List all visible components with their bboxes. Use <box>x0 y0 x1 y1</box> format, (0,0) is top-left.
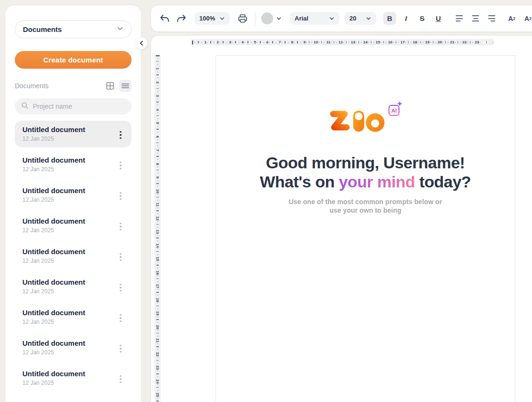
editor-area: 1234567891011121314151617181920212223 12… <box>151 35 532 402</box>
print-button[interactable] <box>236 12 249 25</box>
zoom-select[interactable]: 100% <box>194 12 230 25</box>
list-view-icon[interactable] <box>119 80 132 92</box>
document-list-item[interactable]: Untitled document 12 Jan 2025 <box>15 182 132 208</box>
document-list-item[interactable]: Untitled document 12 Jan 2025 <box>15 273 132 300</box>
grid-view-icon[interactable] <box>104 80 116 92</box>
kebab-menu-icon[interactable] <box>116 187 125 205</box>
document-list-item[interactable]: Untitled document 12 Jan 2025 <box>15 121 132 147</box>
view-toggle <box>104 80 132 92</box>
document-list-item[interactable]: Untitled document 12 Jan 2025 <box>15 243 132 269</box>
search-field[interactable] <box>15 98 132 114</box>
document-title: Untitled document <box>22 155 116 165</box>
document-date: 12 Jan 2025 <box>22 349 116 356</box>
subscript-button[interactable]: A2 <box>522 12 532 25</box>
document-list-item[interactable]: Untitled document 12 Jan 2025 <box>15 334 132 361</box>
font-size-select[interactable]: 20 <box>345 12 376 25</box>
chevron-down-icon <box>219 16 225 21</box>
formatting-toolbar: 100% Arial 20 B I S U A2 A2 <box>151 5 532 32</box>
kebab-menu-icon[interactable] <box>116 309 125 327</box>
subtitle-line2: use your own to being <box>329 206 401 214</box>
ai-badge-icon: AI <box>388 102 402 117</box>
search-input[interactable] <box>33 103 125 110</box>
document-date: 12 Jan 2025 <box>22 258 116 264</box>
horizontal-ruler[interactable]: 1234567891011121314151617181920212223 <box>191 39 494 45</box>
kebab-menu-icon[interactable] <box>116 370 125 388</box>
greeting-line2-prefix: What's on <box>260 173 339 191</box>
greeting-line2-suffix: today? <box>415 173 471 191</box>
toolbar-divider <box>255 12 256 25</box>
document-date: 12 Jan 2025 <box>22 135 116 142</box>
kebab-menu-icon[interactable] <box>116 278 125 297</box>
align-left-button[interactable] <box>453 12 466 25</box>
strikethrough-button[interactable]: S <box>416 12 429 25</box>
document-list-item[interactable]: Untitled document 12 Jan 2025 <box>15 304 132 330</box>
zio-logo: AI <box>329 107 402 135</box>
italic-button[interactable]: I <box>399 12 412 25</box>
document-date: 12 Jan 2025 <box>22 227 116 234</box>
document-title: Untitled document <box>22 339 116 348</box>
greeting-heading: Good morning, Username! What's on your m… <box>216 153 515 191</box>
align-center-icon <box>472 15 479 21</box>
chevron-down-icon <box>117 25 123 33</box>
zoom-value: 100% <box>199 15 215 22</box>
chevron-down-icon <box>276 16 282 21</box>
document-date: 12 Jan 2025 <box>22 288 116 295</box>
chevron-down-icon <box>366 16 371 21</box>
subtitle-line1: Use one of the most common prompts below… <box>289 198 442 206</box>
redo-button[interactable] <box>174 12 188 25</box>
underline-button[interactable]: U <box>432 12 445 25</box>
document-date: 12 Jan 2025 <box>22 380 116 386</box>
font-family-select[interactable]: Arial <box>290 12 339 25</box>
align-left-icon <box>456 15 463 21</box>
document-title: Untitled document <box>22 216 116 226</box>
text-color-select[interactable] <box>261 12 282 24</box>
document-list-item[interactable]: Untitled document 12 Jan 2025 <box>15 365 132 392</box>
greeting-highlight: your mind <box>339 173 415 191</box>
undo-button[interactable] <box>158 12 171 25</box>
font-size-value: 20 <box>349 15 356 22</box>
document-date: 12 Jan 2025 <box>22 196 116 203</box>
chevron-down-icon <box>329 16 335 21</box>
document-title: Untitled document <box>22 186 116 196</box>
svg-text:AI: AI <box>391 108 397 113</box>
vertical-ruler[interactable]: 1234567891011121314151617181920212223242… <box>154 54 161 402</box>
document-list: Untitled document 12 Jan 2025 Untitled d… <box>15 121 132 392</box>
superscript-button[interactable]: A2 <box>505 12 518 25</box>
kebab-menu-icon[interactable] <box>116 248 125 266</box>
bold-button[interactable]: B <box>383 12 396 25</box>
align-right-icon <box>488 15 495 21</box>
document-list-item[interactable]: Untitled document 12 Jan 2025 <box>15 212 132 239</box>
kebab-menu-icon[interactable] <box>116 340 125 358</box>
greeting-subtitle: Use one of the most common prompts below… <box>216 197 515 215</box>
search-icon <box>21 102 29 111</box>
collection-select-value: Documents <box>23 25 62 33</box>
align-center-button[interactable] <box>469 12 482 25</box>
kebab-menu-icon[interactable] <box>116 156 125 175</box>
kebab-menu-icon[interactable] <box>116 126 125 144</box>
document-title: Untitled document <box>22 125 116 134</box>
document-list-header: Documents <box>15 80 132 92</box>
greeting-line1: Good morning, Username! <box>266 154 465 172</box>
document-title: Untitled document <box>22 308 116 318</box>
zio-logo-mark <box>329 107 386 135</box>
document-title: Untitled document <box>22 369 116 379</box>
sidebar: Documents Create document Documents Unti… <box>5 5 142 402</box>
document-list-label: Documents <box>15 82 104 90</box>
document-date: 12 Jan 2025 <box>22 319 116 325</box>
create-document-button[interactable]: Create document <box>15 51 132 69</box>
document-title: Untitled document <box>22 278 116 287</box>
font-family-value: Arial <box>295 15 308 22</box>
sidebar-collapse-button[interactable] <box>135 37 147 49</box>
kebab-menu-icon[interactable] <box>116 217 125 236</box>
align-right-button[interactable] <box>485 12 498 25</box>
document-list-item[interactable]: Untitled document 12 Jan 2025 <box>15 151 132 178</box>
document-date: 12 Jan 2025 <box>22 166 116 173</box>
document-page[interactable]: AI Good morning, Username! What's on you… <box>215 55 515 402</box>
collection-select[interactable]: Documents <box>15 21 132 38</box>
document-title: Untitled document <box>22 247 116 257</box>
color-swatch <box>261 12 273 24</box>
